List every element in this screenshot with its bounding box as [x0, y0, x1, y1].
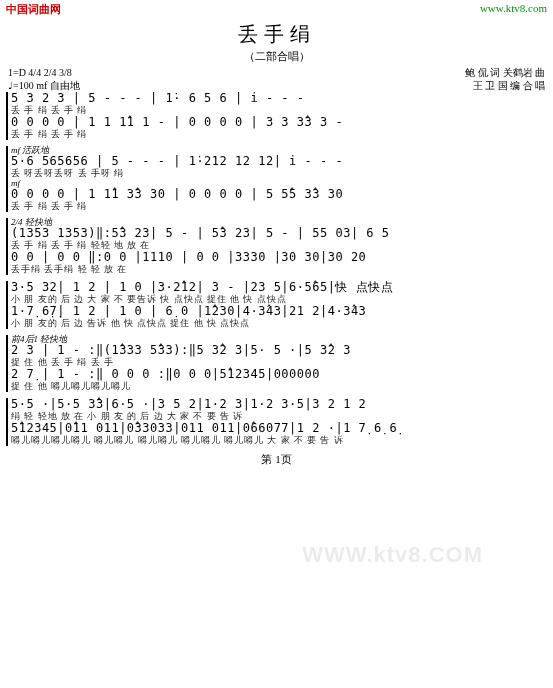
voice2-notes: 0 0 0 0 | 1 1 1̂1 1 - | 0 0 0 0 | 3 3 3̂… [11, 116, 547, 129]
voice1-notes: 2 3 | 1 - :‖(1̂333 5̂33):‖5 3̂2 3|5· 5 ·… [11, 344, 547, 357]
voice2-lyrics: 丢 手 绢 丢 手 绢 [11, 129, 547, 140]
voice1-notes: 3·5 32| 1 2 | 1 0 |3·2̂12| 3 - |23 5|6·5… [11, 281, 547, 294]
system-1: 5 3 2 3 | 5 - - - | 1̇· 6 5 6 | i - - - … [6, 92, 547, 140]
voice2-notes: 2 7̣ | 1 - :‖ 0 0 0 :‖0 0 0|5̂12345|0000… [11, 368, 547, 381]
watermark: WWW.ktv8.COM [302, 542, 483, 568]
site-right: www.ktv8.com [480, 2, 547, 17]
meta-credits-1: 鲍 侃 词 关鹤岩 曲 [465, 66, 545, 79]
system-4: 3·5 32| 1 2 | 1 0 |3·2̂12| 3 - |23 5|6·5… [6, 281, 547, 329]
song-title: 丢手绢 [0, 21, 553, 48]
meta-right: 鲍 侃 词 关鹤岩 曲 王 卫 国 编 合 唱 [465, 66, 545, 92]
voice1-notes: 5 3 2 3 | 5 - - - | 1̇· 6 5 6 | i - - - [11, 92, 547, 105]
voice2-lyrics: 丢 手 绢 丢 手 绢 [11, 201, 547, 212]
voice2-lyrics: 丢手绢 丢手绢 轻 轻 放 在 [11, 264, 547, 275]
system-6: 5·5 ·|5·5 3̂3|6·5 ·|3 5 2|1·2 3|1·2 3·5|… [6, 398, 547, 446]
song-subtitle: （二部合唱） [0, 49, 553, 64]
voice1-notes: 5·6 565656 | 5 - - - | 1̇·2̇12 12 12| i … [11, 155, 547, 168]
voice2-notes: 0 0 | 0 0 ‖:0 0 |1110 | 0 0 |3330 |30 30… [11, 251, 547, 264]
meta-left: 1=D 4/4 2/4 3/8 ♩=100 mf 自由地 [8, 66, 80, 92]
voice2-notes: 5̂12345|0̂11 011|0̂33033|011 011|0̂66077… [11, 422, 547, 435]
voice1-notes: 5·5 ·|5·5 3̂3|6·5 ·|3 5 2|1·2 3|1·2 3·5|… [11, 398, 547, 411]
system-5: 前4后1 轻快地 2 3 | 1 - :‖(1̂333 5̂33):‖5 3̂2… [6, 335, 547, 392]
site-left: 中国词曲网 [6, 2, 61, 17]
meta-key-time: 1=D 4/4 2/4 3/8 [8, 66, 80, 79]
system-2: mf 活跃地 5·6 565656 | 5 - - - | 1̇·2̇12 12… [6, 146, 547, 212]
voice2-notes: 1·7̣ 6̣7̣| 1 2 | 1 0 | 6̣ 0 |1̂230|4·3̂4… [11, 305, 547, 318]
voice1-lyrics: 丢 呀丢呀丢呀 丢 手呀 绢 [11, 168, 547, 179]
meta-row: 1=D 4/4 2/4 3/8 ♩=100 mf 自由地 鲍 侃 词 关鹤岩 曲… [0, 66, 553, 92]
voice2-lyrics: 嘚儿嘚儿嘚儿嘚儿 嘚儿嘚儿 嘚儿嘚儿 嘚儿嘚儿 嘚儿嘚儿 大 家 不 要 告 诉 [11, 435, 547, 446]
top-bar: 中国词曲网 www.ktv8.com [0, 0, 553, 19]
voice2-lyrics: 捉 住 他 嘚儿嘚儿嘚儿嘚儿 [11, 381, 547, 392]
system-3: 2/4 轻快地 (1353 1353)‖:5̂3 23| 5 - | 5̂3 2… [6, 218, 547, 275]
page-footer: 第 1页 [0, 452, 553, 467]
voice2-notes: 0 0 0 0 | 1 1̂1 3̂3 30 | 0 0 0 0 | 5 5̂5… [11, 188, 547, 201]
score: 5 3 2 3 | 5 - - - | 1̇· 6 5 6 | i - - - … [0, 92, 553, 446]
voice1-notes: (1353 1353)‖:5̂3 23| 5 - | 5̂3 23| 5 - |… [11, 227, 547, 240]
voice2-lyrics: 小 朋 友的 后 边 告诉 他 快 点快点 捉住 他 快 点快点 [11, 318, 547, 329]
meta-credits-2: 王 卫 国 编 合 唱 [465, 79, 545, 92]
